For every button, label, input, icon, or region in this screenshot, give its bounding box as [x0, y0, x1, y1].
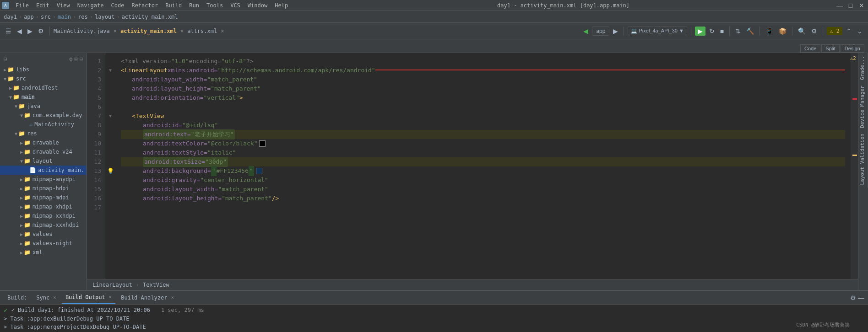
folder-icon: 📁 — [24, 231, 31, 237]
toolbar-forward[interactable]: ▶ — [26, 27, 34, 36]
sidebar-item-androidtest[interactable]: ▶ 📁 androidTest — [0, 83, 87, 92]
close-button[interactable]: ✕ — [857, 1, 866, 10]
sidebar-item-layout[interactable]: ▼ 📁 layout — [0, 156, 87, 166]
sidebar-item-values[interactable]: ▶ 📁 values — [0, 230, 87, 239]
nav-next-button[interactable]: ▶ — [611, 27, 620, 36]
fold-indicator-7[interactable]: ▼ — [109, 112, 112, 121]
build-tab-sync[interactable]: Sync × — [33, 291, 60, 304]
run-button[interactable]: ▶ — [695, 27, 705, 36]
code-container[interactable]: 1 2 3 4 5 6 7 8 9 10 11 12 13 14 15 16 1… — [87, 53, 858, 279]
build-tab-output[interactable]: Build Output × — [62, 291, 115, 304]
sync-button[interactable]: ⇅ — [733, 27, 743, 36]
nav-prev-button[interactable]: ◀ — [581, 27, 590, 36]
analyzer-close-icon[interactable]: × — [171, 295, 174, 300]
menu-code[interactable]: Code — [108, 0, 128, 11]
sidebar-item-libs[interactable]: ▶ 📁 libs — [0, 65, 87, 74]
sidebar-item-mipmap-hdpi[interactable]: ▶ 📁 mipmap-hdpi — [0, 184, 87, 193]
split-mode-button[interactable]: Split — [821, 44, 839, 53]
status-path-bar: LinearLayout › TextView — [87, 279, 858, 290]
menu-run[interactable]: Run — [185, 0, 203, 11]
menu-edit[interactable]: Edit — [33, 0, 53, 11]
minimize-button[interactable]: — — [835, 1, 844, 10]
sidebar-item-xml[interactable]: ▶ 📁 xml — [0, 248, 87, 257]
sidebar-item-com-example[interactable]: ▼ 📁 com.example.day — [0, 111, 87, 120]
toolbar-settings[interactable]: ⚙ — [36, 27, 46, 36]
settings-button[interactable]: ⚙ — [809, 27, 819, 36]
code-lines[interactable]: <?xml version="1.0" encoding="utf-8"?> <… — [115, 53, 851, 279]
tab-attrs-xml[interactable]: attrs.xml — [187, 28, 217, 34]
menu-refactor[interactable]: Refactor — [128, 0, 162, 11]
breadcrumb-main[interactable]: main — [58, 14, 71, 20]
breadcrumb-src[interactable]: src — [41, 14, 51, 20]
fold-indicator-2[interactable]: ▼ — [109, 66, 112, 75]
sidebar-item-activity-main[interactable]: ▶ 📄 activity_main. — [0, 166, 87, 175]
breadcrumb-day1[interactable]: day1 — [4, 14, 17, 20]
breadcrumb-app[interactable]: app — [24, 14, 34, 20]
sidebar-settings-icon[interactable]: ⚙ — [69, 56, 72, 62]
warning-icon-13[interactable]: 💡 — [107, 166, 114, 176]
menu-vcs[interactable]: VCS — [227, 0, 244, 11]
menu-tools[interactable]: Tools — [203, 0, 227, 11]
collapse-all-button[interactable]: ⌃ — [844, 27, 853, 36]
toolbar-hamburger[interactable]: ☰ — [4, 27, 13, 36]
search-button[interactable]: 🔍 — [796, 27, 808, 36]
menu-window[interactable]: Window — [244, 0, 271, 11]
code-line-15: android:layout_width="match_parent" — [121, 185, 845, 194]
sidebar-item-main[interactable]: ▼ 📁 main — [0, 92, 87, 102]
breadcrumb-file[interactable]: activity_main.xml — [122, 14, 178, 20]
warning-count-badge[interactable]: ⚠2 — [848, 53, 858, 64]
sidebar-item-mipmap-anydpi[interactable]: ▶ 📁 mipmap-anydpi — [0, 175, 87, 184]
device-manager-label[interactable]: Device Manager — [858, 83, 868, 131]
code-line-9: android:text="老子开始学习" — [121, 130, 845, 139]
menu-navigate[interactable]: Navigate — [74, 0, 108, 11]
path-linearlayout[interactable]: LinearLayout — [92, 282, 132, 288]
toolbar-back[interactable]: ◀ — [15, 27, 24, 36]
layout-validation-label[interactable]: Layout Validation — [858, 131, 868, 188]
breadcrumb-layout[interactable]: layout — [95, 14, 114, 20]
sidebar-expand-icon[interactable]: ⊟ — [4, 56, 7, 62]
folder-icon: 📁 — [24, 158, 31, 164]
sidebar-collapse-icon[interactable]: ⊟ — [80, 56, 83, 62]
breadcrumb-res[interactable]: res — [78, 14, 88, 20]
output-close-icon[interactable]: × — [109, 294, 112, 300]
warning-badge[interactable]: ⚠ 2 — [827, 27, 842, 35]
sidebar-item-res[interactable]: ▼ 📁 res — [0, 129, 87, 138]
tab-main-activity[interactable]: MainActivity.java — [54, 28, 110, 34]
sidebar-item-values-night[interactable]: ▶ 📁 values-night — [0, 239, 87, 248]
menu-view[interactable]: View — [53, 0, 74, 11]
sync-close-icon[interactable]: × — [53, 295, 56, 300]
build-tab-analyzer[interactable]: Build Analyzer × — [117, 291, 178, 304]
avd-button[interactable]: 📱 — [764, 27, 775, 36]
menu-file[interactable]: File — [12, 0, 33, 11]
menu-help[interactable]: Help — [271, 0, 292, 11]
build-button[interactable]: 🔨 — [744, 27, 756, 36]
sidebar-item-mipmap-xxxhdpi[interactable]: ▶ 📁 mipmap-xxxhdpi — [0, 220, 87, 230]
expand-all-button[interactable]: ⌄ — [855, 27, 864, 36]
sidebar-item-java[interactable]: ▼ 📁 java — [0, 102, 87, 111]
sidebar-item-drawable[interactable]: ▶ 📁 drawable — [0, 138, 87, 147]
maximize-button[interactable]: □ — [846, 1, 855, 10]
sidebar-item-drawable-v24[interactable]: ▶ 📁 drawable-v24 — [0, 147, 87, 156]
menu-build[interactable]: Build — [162, 0, 185, 11]
sidebar-item-src[interactable]: ▼ 📁 src — [0, 74, 87, 83]
path-textview[interactable]: TextView — [143, 282, 169, 288]
rerun-button[interactable]: ↻ — [707, 27, 716, 36]
folder-icon: 📁 — [24, 249, 31, 256]
tab-activity-xml[interactable]: activity_main.xml — [120, 28, 177, 34]
sidebar-item-mainactivity[interactable]: ▶ ☕ MainActivity — [0, 120, 87, 129]
sidebar-item-mipmap-xxhdpi[interactable]: ▶ 📁 mipmap-xxhdpi — [0, 211, 87, 220]
build-minimize-button[interactable]: — — [858, 294, 864, 301]
stop-button[interactable]: ■ — [718, 27, 726, 36]
device-config-button[interactable]: 💻 Pixel_4a_API_30 ▼ — [628, 27, 687, 35]
sidebar-layout-icon[interactable]: ⊞ — [75, 56, 78, 62]
design-mode-button[interactable]: Design — [841, 44, 864, 53]
code-mode-button[interactable]: Code — [800, 44, 820, 53]
menu-bar: A File Edit View Navigate Code Refactor … — [0, 0, 868, 11]
sidebar-item-mipmap-mdpi[interactable]: ▶ 📁 mipmap-mdpi — [0, 193, 87, 202]
sidebar-item-mipmap-xhdpi[interactable]: ▶ 📁 mipmap-xhdpi — [0, 202, 87, 211]
sdk-manager-button[interactable]: 📦 — [777, 27, 788, 36]
build-settings-button[interactable]: ⚙ — [850, 294, 856, 301]
grade-label[interactable]: Grade... — [858, 53, 868, 83]
app-module-selector[interactable]: app — [592, 27, 609, 36]
code-line-8: android:id="@+id/lsq" — [121, 121, 845, 130]
